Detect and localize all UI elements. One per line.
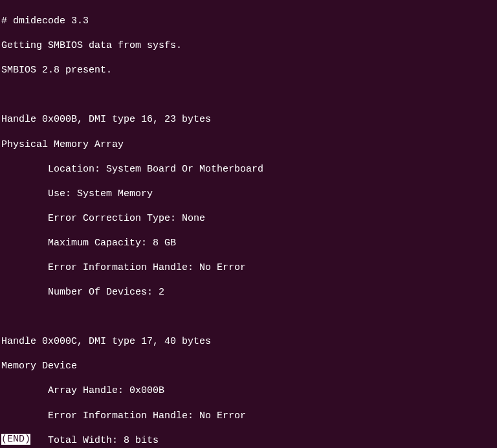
pager-end-marker[interactable]: (END) (1, 433, 30, 445)
handle1-maxcap: Maximum Capacity: 8 GB (1, 237, 496, 249)
blank-line (1, 311, 496, 323)
handle2-subtitle: Memory Device (1, 360, 496, 372)
handle1-title: Handle 0x000B, DMI type 16, 23 bytes (1, 113, 496, 126)
handle1-subtitle: Physical Memory Array (1, 139, 496, 151)
handle2-arrayhandle: Array Handle: 0x000B (1, 385, 496, 397)
handle1-use: Use: System Memory (1, 188, 496, 200)
handle1-location: Location: System Board Or Motherboard (1, 163, 496, 175)
handle2-totalwidth: Total Width: 8 bits (1, 434, 496, 447)
header-line-3: SMBIOS 2.8 present. (1, 64, 496, 76)
blank-line (1, 89, 496, 101)
handle1-numdev: Number Of Devices: 2 (1, 286, 496, 298)
handle2-title: Handle 0x000C, DMI type 17, 40 bytes (1, 335, 496, 348)
handle1-errinfo: Error Information Handle: No Error (1, 262, 496, 274)
handle2-errinfo: Error Information Handle: No Error (1, 410, 496, 422)
header-line-1: # dmidecode 3.3 (1, 15, 496, 27)
terminal-output: # dmidecode 3.3 Getting SMBIOS data from… (1, 3, 496, 448)
header-line-2: Getting SMBIOS data from sysfs. (1, 39, 496, 52)
handle1-ecc: Error Correction Type: None (1, 212, 496, 225)
